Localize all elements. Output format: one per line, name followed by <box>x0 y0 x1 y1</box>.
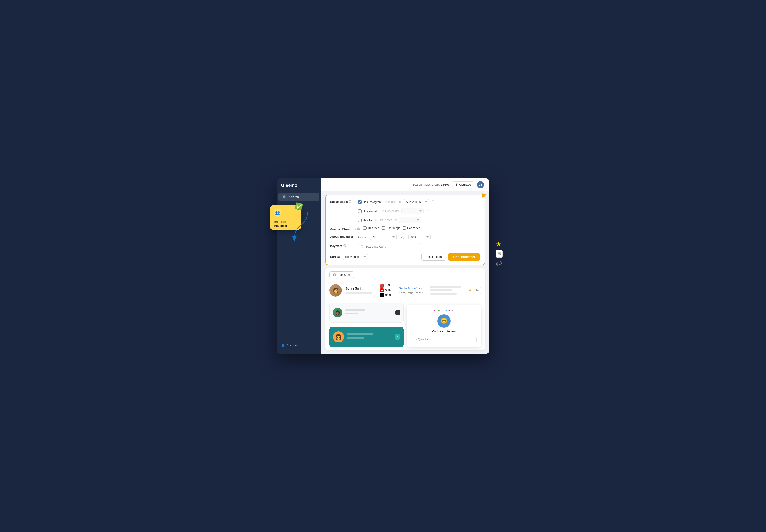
small-skeleton-1 <box>345 309 365 311</box>
floating-star-icon[interactable]: ★ <box>496 241 503 248</box>
keyword-row: Keyword ⓘ <box>330 243 480 250</box>
bulk-save-icon: 📋 <box>333 273 336 276</box>
youtube-label: Has Youtube <box>363 209 379 213</box>
has-image-checkbox[interactable] <box>382 226 385 230</box>
youtube-stat: ▶ 5.3M <box>380 288 392 292</box>
star-button[interactable]: ★ <box>468 288 472 293</box>
youtube-row: Has Youtube Influencer Tier ⓘ <box>358 208 480 214</box>
go-storefront-link[interactable]: Go to Storefront <box>399 287 424 290</box>
tier-dropdown-tiktok[interactable] <box>399 217 421 223</box>
keyword-label: Keyword ⓘ <box>330 243 355 248</box>
michael-card: 〜 ★ 〜 ✦ ✦ 〜 😊 Michael Brown <box>407 305 481 347</box>
tiktok-label: Has TikTok <box>363 219 377 222</box>
teal-influencer-card: 👩 ✓ <box>329 327 404 347</box>
teal-checkbox[interactable]: ✓ <box>395 334 400 340</box>
floating-actions: ★ ✉ 🏷 <box>496 241 503 267</box>
account-item[interactable]: 👤 Account <box>277 341 321 349</box>
tiktok-platform-icon: ♪ <box>380 293 384 297</box>
keyword-controls <box>358 243 480 250</box>
sort-dropdown[interactable]: Relevance Followers Engagement <box>343 254 368 260</box>
has-idea-label: Has Idea <box>368 226 379 230</box>
keyword-info-icon[interactable]: ⓘ <box>343 244 346 248</box>
right-cards: 〜 ★ 〜 ✦ ✦ 〜 😊 Michael Brown <box>407 303 481 347</box>
teal-skeleton-1 <box>347 333 373 335</box>
small-influencer-card: 👩🏾 ✓ <box>329 303 404 323</box>
michael-avatar: 😊 <box>437 314 451 328</box>
sort-by-label: Sort By <box>330 255 340 258</box>
michael-avatar-wrap: 😊 <box>411 314 477 328</box>
instagram-checkbox[interactable] <box>358 200 362 204</box>
youtube-info-icon[interactable]: ⓘ <box>426 209 429 213</box>
orange-arrow-icon: ▶ <box>481 191 487 198</box>
upgrade-icon: ⬆ <box>455 183 458 186</box>
social-media-controls: Has Instagram Influencer Tier 50k to 100… <box>358 199 480 223</box>
tier-dropdown-youtube[interactable] <box>401 208 424 214</box>
about-influencer-row: About Influencer Gender All Male Female … <box>330 234 480 240</box>
youtube-platform-icon: ▶ <box>380 288 384 292</box>
sort-left: Sort By Relevance Followers Engagement <box>330 254 368 260</box>
amazon-storefront-row: Amazon Storefront ⓘ Has Idea Has Image <box>330 226 480 231</box>
teal-skeleton-2 <box>347 337 364 339</box>
amazon-controls: Has Idea Has Image Has Video <box>363 226 480 230</box>
has-video-checkbox[interactable] <box>403 226 406 230</box>
small-avatar: 👩🏾 <box>333 308 342 317</box>
teal-card-info <box>347 333 392 340</box>
filter-panel: ▶ Social Media ⓘ Has Instagram <box>325 195 485 265</box>
tier-label-youtube: Influencer Tier <box>382 209 399 213</box>
bulk-save-button[interactable]: 📋 Bulk Save <box>329 271 354 278</box>
social-media-label: Social Media ⓘ <box>330 199 355 204</box>
keyword-input[interactable] <box>358 243 420 250</box>
tier-label-tiktok: Influencer Tier <box>380 219 397 222</box>
promo-number: 10+ million <box>274 218 297 224</box>
mail-button[interactable]: ✉ <box>475 287 481 294</box>
influencer-name: John Smith <box>345 287 372 291</box>
teal-avatar: 👩 <box>333 331 344 342</box>
storefront-section: Go to Storefront Ideas,Images,Videos <box>399 287 424 294</box>
find-influencer-button[interactable]: Find Influencer <box>448 253 480 261</box>
tiktok-info-icon[interactable]: ⓘ <box>424 218 426 222</box>
sidebar-item-search[interactable]: 🔍 Search <box>278 193 319 201</box>
michael-email-input[interactable] <box>411 336 477 343</box>
results-panel: 📋 Bulk Save 👩 John Smith <box>325 268 485 350</box>
small-card-checkbox[interactable]: ✓ <box>395 310 400 315</box>
credit-info: Search Pages Credit: 23/300 <box>412 183 449 186</box>
sidebar-item-search-label: Search <box>289 195 299 199</box>
floating-mail-icon[interactable]: ✉ <box>496 250 503 258</box>
about-controls: Gender All Male Female Age 18-25 25-35 3… <box>358 234 480 240</box>
influencer-avatar: 👩 <box>329 284 342 297</box>
about-label: About Influencer <box>330 234 355 238</box>
metric-skeleton-2 <box>430 289 452 291</box>
tier-info-icon[interactable]: ⓘ <box>432 200 434 204</box>
social-media-info-icon[interactable]: ⓘ <box>349 200 351 204</box>
metrics-skeleton <box>430 286 461 295</box>
action-area: ★ ✉ <box>468 287 481 294</box>
influencer-stats: 📷 1.5M ▶ 5.3M ♪ <box>380 284 392 297</box>
influencer-row: 👩 John Smith 📷 1.5M <box>329 281 481 300</box>
youtube-checkbox[interactable] <box>358 209 362 213</box>
tiktok-checkbox[interactable] <box>358 219 362 222</box>
age-dropdown[interactable]: 18-25 25-35 35-45 45+ <box>408 234 431 240</box>
app-logo: Gleemo <box>277 183 321 192</box>
gender-dropdown[interactable]: All Male Female <box>370 234 397 240</box>
tier-label-instagram: Influencer Tier <box>385 200 402 203</box>
has-image-label: Has Image <box>386 226 400 230</box>
sub-cards-row: 👩🏾 ✓ 👩 <box>329 303 481 347</box>
amazon-info-icon[interactable]: ⓘ <box>357 227 360 231</box>
youtube-checkbox-group: Has Youtube <box>358 209 379 213</box>
storefront-tags: Ideas,Images,Videos <box>399 291 424 294</box>
sidebar: Gleemo 🔍 Search 📁 List 👤 Account 👥 10+ m… <box>277 178 321 354</box>
sort-row: Sort By Relevance Followers Engagement R… <box>330 253 480 261</box>
instagram-platform-icon: 📷 <box>380 284 384 288</box>
tier-dropdown-instagram[interactable]: 50k to 100k 100k to 500k 500k to 1M 1M+ <box>404 199 429 205</box>
upgrade-button[interactable]: ⬆ Upgrade <box>452 181 474 188</box>
sort-right: Reset Filters Find Influencer <box>421 253 480 261</box>
tiktok-stat: ♪ 356k <box>380 293 392 297</box>
has-image-group: Has Image <box>382 226 400 230</box>
reset-filters-button[interactable]: Reset Filters <box>421 253 446 261</box>
michael-name: Michael Brown <box>411 329 477 333</box>
tiktok-checkbox-group: Has TikTok <box>358 219 377 222</box>
left-cards: 👩🏾 ✓ 👩 <box>329 303 404 347</box>
has-idea-checkbox[interactable] <box>363 226 367 230</box>
has-idea-group: Has Idea <box>363 226 379 230</box>
search-icon: 🔍 <box>283 195 287 199</box>
